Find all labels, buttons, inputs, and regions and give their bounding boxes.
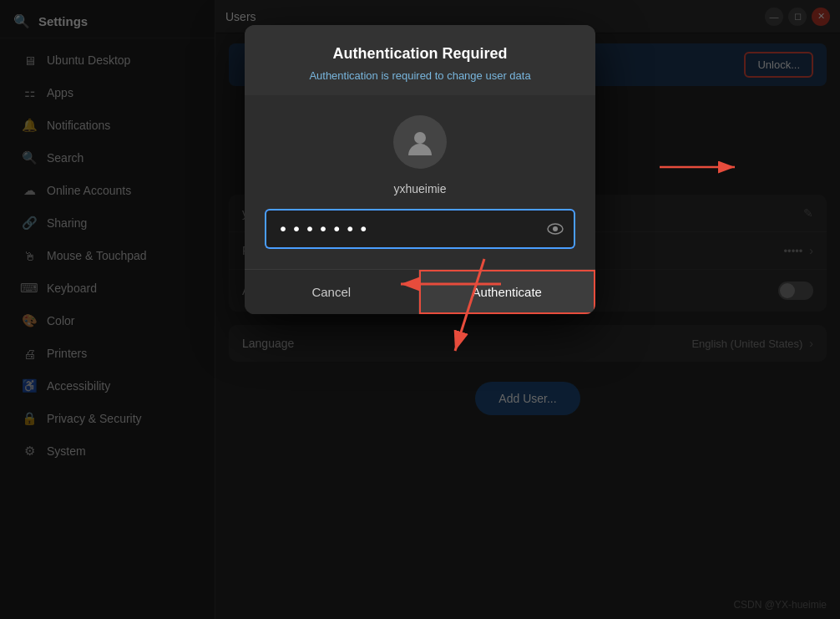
modal-user-avatar — [393, 115, 447, 169]
modal-title: Authentication Required — [265, 45, 575, 63]
svg-point-2 — [553, 226, 558, 231]
svg-point-0 — [414, 132, 426, 144]
auth-dialog: Authentication Required Authentication i… — [245, 25, 595, 314]
password-input[interactable] — [265, 209, 537, 249]
modal-username: yxhueimie — [393, 182, 446, 195]
authenticate-button[interactable]: Authenticate — [419, 270, 596, 314]
modal-body: yxhueimie — [245, 95, 595, 269]
cancel-button[interactable]: Cancel — [245, 270, 419, 314]
subtitle-highlight: Authentication — [309, 69, 377, 82]
modal-footer: Cancel Authenticate — [245, 269, 595, 314]
modal-overlay: Authentication Required Authentication i… — [0, 0, 840, 619]
password-input-row — [265, 209, 575, 249]
modal-subtitle: Authentication is required to change use… — [265, 69, 575, 82]
modal-header: Authentication Required Authentication i… — [245, 25, 595, 95]
subtitle-text: is required to change user data — [378, 69, 531, 82]
show-password-button[interactable] — [537, 209, 575, 249]
